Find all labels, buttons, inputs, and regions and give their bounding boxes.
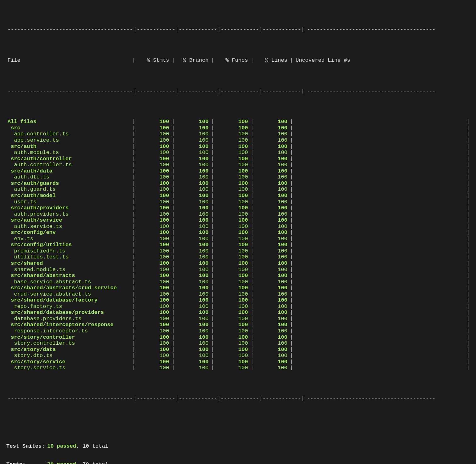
coverage-stmts-cell: 100 bbox=[135, 224, 172, 230]
coverage-lines-cell: 100 bbox=[254, 137, 290, 144]
coverage-uncovered-cell bbox=[293, 309, 467, 316]
coverage-funcs-cell: 100 bbox=[214, 279, 251, 285]
coverage-funcs-cell: 100 bbox=[214, 168, 251, 174]
coverage-row: app.controller.ts|100|100|100|100|| bbox=[0, 131, 476, 137]
coverage-branch-cell: 100 bbox=[175, 156, 211, 162]
coverage-uncovered-cell bbox=[293, 193, 467, 199]
coverage-row: src/shared/database/providers|100|100|10… bbox=[0, 309, 476, 316]
coverage-branch-cell: 100 bbox=[175, 211, 211, 218]
coverage-branch-cell: 100 bbox=[175, 340, 211, 347]
coverage-funcs-cell: 100 bbox=[214, 260, 251, 267]
coverage-lines-cell: 100 bbox=[254, 297, 290, 303]
coverage-file-cell: auth.dto.ts bbox=[6, 174, 132, 180]
coverage-lines-cell: 100 bbox=[254, 353, 290, 359]
coverage-file-cell: crud-service.abstract.ts bbox=[6, 291, 132, 297]
coverage-branch-cell: 100 bbox=[175, 144, 211, 150]
coverage-file-cell: story.dto.ts bbox=[6, 353, 132, 359]
coverage-stmts-cell: 100 bbox=[135, 211, 172, 218]
coverage-uncovered-cell bbox=[293, 156, 467, 162]
coverage-lines-cell: 100 bbox=[254, 156, 290, 162]
coverage-stmts-cell: 100 bbox=[135, 193, 172, 199]
coverage-funcs-cell: 100 bbox=[214, 322, 251, 328]
coverage-branch-cell: 100 bbox=[175, 174, 211, 180]
coverage-lines-cell: 100 bbox=[254, 131, 290, 137]
coverage-branch-cell: 100 bbox=[175, 224, 211, 230]
coverage-lines-cell: 100 bbox=[254, 199, 290, 205]
coverage-funcs-cell: 100 bbox=[214, 353, 251, 359]
coverage-funcs-cell: 100 bbox=[214, 248, 251, 254]
coverage-lines-cell: 100 bbox=[254, 309, 290, 316]
coverage-file-cell: src/auth/data bbox=[6, 168, 132, 174]
coverage-uncovered-cell bbox=[293, 162, 467, 168]
coverage-row: src/auth|100|100|100|100|| bbox=[0, 144, 476, 150]
coverage-funcs-cell: 100 bbox=[214, 236, 251, 242]
test-summary: Test Suites:10 passed, 10 total Tests:79… bbox=[0, 427, 476, 464]
coverage-row: repo.factory.ts|100|100|100|100|| bbox=[0, 303, 476, 310]
coverage-branch-cell: 100 bbox=[175, 137, 211, 144]
coverage-stmts-cell: 100 bbox=[135, 365, 172, 371]
coverage-funcs-cell: 100 bbox=[214, 150, 251, 156]
coverage-uncovered-cell bbox=[293, 131, 467, 137]
coverage-file-cell: src/shared/database/factory bbox=[6, 297, 132, 303]
coverage-file-cell: shared.module.ts bbox=[6, 267, 132, 273]
coverage-uncovered-cell bbox=[293, 174, 467, 180]
coverage-lines-cell: 100 bbox=[254, 273, 290, 279]
coverage-stmts-cell: 100 bbox=[135, 131, 172, 137]
coverage-file-cell: database.providers.ts bbox=[6, 316, 132, 322]
coverage-branch-cell: 100 bbox=[175, 125, 211, 131]
coverage-lines-cell: 100 bbox=[254, 236, 290, 242]
coverage-row: All files|100|100|100|100|| bbox=[0, 119, 476, 125]
coverage-uncovered-cell bbox=[293, 242, 467, 248]
coverage-lines-cell: 100 bbox=[254, 279, 290, 285]
coverage-file-cell: src/shared/interceptors/response bbox=[6, 322, 132, 328]
coverage-uncovered-cell bbox=[293, 285, 467, 291]
coverage-lines-cell: 100 bbox=[254, 193, 290, 199]
coverage-file-cell: auth.module.ts bbox=[6, 150, 132, 156]
coverage-file-cell: user.ts bbox=[6, 199, 132, 205]
coverage-branch-cell: 100 bbox=[175, 193, 211, 199]
coverage-lines-cell: 100 bbox=[254, 340, 290, 347]
coverage-uncovered-cell bbox=[293, 186, 467, 193]
coverage-stmts-cell: 100 bbox=[135, 309, 172, 316]
coverage-uncovered-cell bbox=[293, 217, 467, 224]
coverage-branch-cell: 100 bbox=[175, 180, 211, 187]
coverage-stmts-cell: 100 bbox=[135, 316, 172, 322]
summary-test-suites: Test Suites:10 passed, 10 total bbox=[6, 443, 470, 450]
coverage-lines-cell: 100 bbox=[254, 365, 290, 371]
coverage-stmts-cell: 100 bbox=[135, 267, 172, 273]
coverage-lines-cell: 100 bbox=[254, 211, 290, 218]
coverage-branch-cell: 100 bbox=[175, 229, 211, 236]
coverage-funcs-cell: 100 bbox=[214, 359, 251, 365]
coverage-file-cell: src/auth/guards bbox=[6, 180, 132, 187]
coverage-lines-cell: 100 bbox=[254, 347, 290, 353]
coverage-branch-cell: 100 bbox=[175, 150, 211, 156]
header-branch: % Branch bbox=[175, 57, 211, 64]
coverage-file-cell: src/config/utilties bbox=[6, 242, 132, 248]
coverage-uncovered-cell bbox=[293, 137, 467, 144]
coverage-stmts-cell: 100 bbox=[135, 353, 172, 359]
coverage-stmts-cell: 100 bbox=[135, 174, 172, 180]
coverage-lines-cell: 100 bbox=[254, 322, 290, 328]
coverage-funcs-cell: 100 bbox=[214, 131, 251, 137]
coverage-lines-cell: 100 bbox=[254, 162, 290, 168]
coverage-file-cell: app.service.ts bbox=[6, 137, 132, 144]
coverage-file-cell: src/story/data bbox=[6, 347, 132, 353]
coverage-lines-cell: 100 bbox=[254, 254, 290, 260]
coverage-stmts-cell: 100 bbox=[135, 236, 172, 242]
coverage-stmts-cell: 100 bbox=[135, 242, 172, 248]
coverage-stmts-cell: 100 bbox=[135, 119, 172, 125]
coverage-stmts-cell: 100 bbox=[135, 150, 172, 156]
coverage-uncovered-cell bbox=[293, 334, 467, 341]
coverage-branch-cell: 100 bbox=[175, 353, 211, 359]
coverage-stmts-cell: 100 bbox=[135, 359, 172, 365]
coverage-funcs-cell: 100 bbox=[214, 119, 251, 125]
coverage-file-cell: promisifiedFn.ts bbox=[6, 248, 132, 254]
coverage-uncovered-cell bbox=[293, 279, 467, 285]
coverage-uncovered-cell bbox=[293, 119, 467, 125]
coverage-uncovered-cell bbox=[293, 316, 467, 322]
coverage-file-cell: app.controller.ts bbox=[6, 131, 132, 137]
coverage-funcs-cell: 100 bbox=[214, 199, 251, 205]
coverage-row: auth.module.ts|100|100|100|100|| bbox=[0, 150, 476, 156]
summary-tests: Tests:79 passed, 79 total bbox=[6, 461, 470, 464]
coverage-uncovered-cell bbox=[293, 125, 467, 131]
